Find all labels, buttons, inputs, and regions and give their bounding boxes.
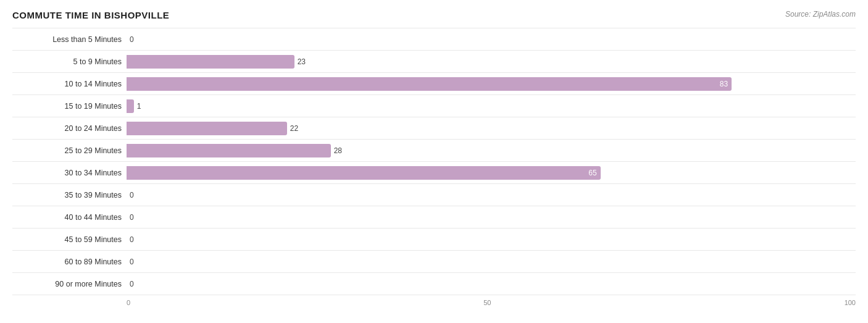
bar-container-10: 0 bbox=[127, 255, 856, 269]
bar-label-5: 25 to 29 Minutes bbox=[12, 146, 127, 155]
bar-row: 25 to 29 Minutes 28 bbox=[12, 139, 856, 161]
bar-container-8: 0 bbox=[127, 211, 856, 224]
bar-row: Less than 5 Minutes 0 bbox=[12, 28, 856, 50]
bar-container-4: 22 bbox=[127, 122, 856, 135]
bar-value-3: 1 bbox=[137, 102, 141, 111]
bar-fill-3 bbox=[127, 99, 134, 113]
source-label: Source: ZipAtlas.com bbox=[785, 10, 856, 19]
bar-label-11: 90 or more Minutes bbox=[12, 280, 127, 288]
bar-value-2: 83 bbox=[720, 80, 728, 88]
bar-container-6: 65 bbox=[127, 166, 856, 180]
bar-label-10: 60 to 89 Minutes bbox=[12, 258, 127, 266]
bar-row: 30 to 34 Minutes 65 bbox=[12, 161, 856, 183]
bar-container-3: 1 bbox=[127, 99, 856, 113]
bar-container-11: 0 bbox=[127, 277, 856, 291]
bar-label-9: 45 to 59 Minutes bbox=[12, 235, 127, 244]
bar-value-10: 0 bbox=[130, 258, 134, 266]
bar-value-4: 22 bbox=[290, 124, 298, 133]
bar-value-1: 23 bbox=[298, 57, 306, 66]
bar-fill-1 bbox=[127, 55, 294, 69]
bar-row: 60 to 89 Minutes 0 bbox=[12, 250, 856, 272]
bar-value-5: 28 bbox=[334, 146, 342, 155]
bar-label-1: 5 to 9 Minutes bbox=[12, 57, 127, 66]
bar-row: 40 to 44 Minutes 0 bbox=[12, 206, 856, 228]
bar-fill-2: 83 bbox=[127, 77, 732, 91]
bar-label-7: 35 to 39 Minutes bbox=[12, 191, 127, 199]
bar-container-2: 83 bbox=[127, 77, 856, 91]
bar-label-8: 40 to 44 Minutes bbox=[12, 213, 127, 222]
axis-label-50: 50 bbox=[483, 299, 491, 306]
bar-fill-6: 65 bbox=[127, 166, 601, 180]
bar-row: 45 to 59 Minutes 0 bbox=[12, 228, 856, 250]
bar-value-11: 0 bbox=[130, 280, 134, 288]
bar-row: 20 to 24 Minutes 22 bbox=[12, 117, 856, 139]
bar-value-9: 0 bbox=[130, 235, 134, 244]
bar-row: 15 to 19 Minutes 1 bbox=[12, 94, 856, 117]
bar-value-8: 0 bbox=[130, 213, 134, 222]
chart-title: COMMUTE TIME IN BISHOPVILLE bbox=[12, 10, 169, 20]
bar-label-2: 10 to 14 Minutes bbox=[12, 80, 127, 88]
bar-row: 90 or more Minutes 0 bbox=[12, 272, 856, 295]
bar-label-6: 30 to 34 Minutes bbox=[12, 169, 127, 177]
bar-value-0: 0 bbox=[130, 35, 134, 44]
bar-label-3: 15 to 19 Minutes bbox=[12, 102, 127, 111]
bar-label-4: 20 to 24 Minutes bbox=[12, 124, 127, 133]
axis-row: 0 50 100 bbox=[12, 298, 856, 306]
bar-container-7: 0 bbox=[127, 188, 856, 202]
bar-row: 35 to 39 Minutes 0 bbox=[12, 183, 856, 206]
axis-label-0: 0 bbox=[127, 299, 130, 306]
bar-value-6: 65 bbox=[588, 169, 596, 177]
bar-container-5: 28 bbox=[127, 144, 856, 157]
bar-label-0: Less than 5 Minutes bbox=[12, 35, 127, 44]
bar-container-1: 23 bbox=[127, 55, 856, 69]
bar-row: 5 to 9 Minutes 23 bbox=[12, 50, 856, 72]
bar-value-7: 0 bbox=[130, 191, 134, 199]
axis-label-100: 100 bbox=[845, 299, 856, 306]
bar-fill-4 bbox=[127, 122, 287, 135]
bar-row: 10 to 14 Minutes 83 bbox=[12, 72, 856, 94]
bar-fill-5 bbox=[127, 144, 331, 157]
bar-container-0: 0 bbox=[127, 33, 856, 46]
bar-container-9: 0 bbox=[127, 233, 856, 246]
